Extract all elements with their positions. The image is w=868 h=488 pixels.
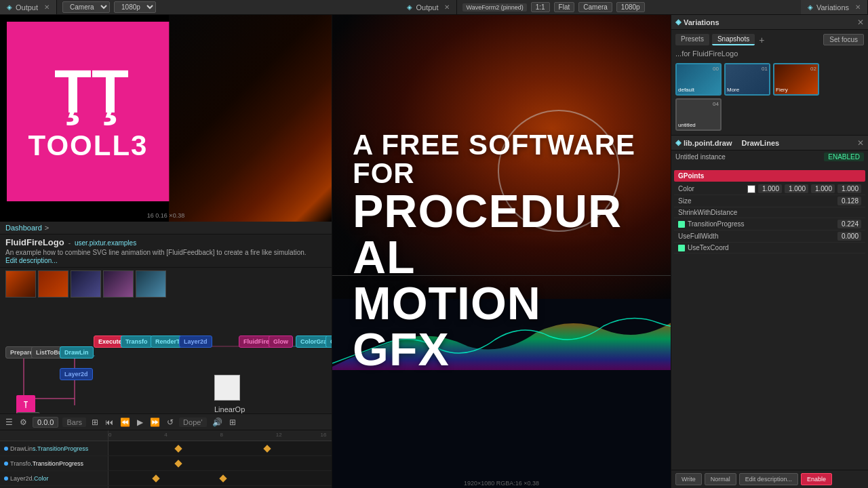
thumb-1[interactable]: [5, 270, 36, 298]
param-fullwidth-value[interactable]: 0.000: [837, 232, 861, 241]
set-focus-btn[interactable]: Set focus: [823, 34, 864, 45]
preset-default-num: 00: [713, 66, 719, 72]
variations-tab[interactable]: ◈ Variations ✕: [801, 0, 868, 14]
param-color-g[interactable]: 1.000: [785, 184, 808, 193]
node-layer2d2[interactable]: Layer2d: [60, 368, 93, 380]
variations-tabs: Presets Snapshots + Set focus: [675, 34, 864, 45]
flat-btn[interactable]: Flat: [554, 2, 575, 12]
resolution2-btn[interactable]: 1080p: [616, 2, 645, 12]
output1-close[interactable]: ✕: [44, 3, 50, 11]
variations-label: Variations: [816, 3, 849, 12]
transition-checkbox[interactable]: [678, 221, 685, 228]
icon-node[interactable]: Ţ: [16, 395, 35, 413]
tl-play-btn[interactable]: ▶: [136, 418, 144, 427]
output1-tab[interactable]: ◈ Output ✕: [0, 0, 57, 14]
node-grain[interactable]: Grain: [326, 336, 332, 348]
svg-text:ŢŢ: ŢŢ: [54, 62, 129, 125]
preset-default[interactable]: default 00: [675, 63, 722, 96]
camera2-btn[interactable]: Camera: [578, 2, 612, 12]
edit-desc-link[interactable]: Edit description...: [5, 257, 58, 264]
tl-bars-label[interactable]: Bars: [62, 418, 86, 427]
keyframe-2-1[interactable]: [219, 474, 226, 482]
tl-prev-btn[interactable]: ⏪: [119, 418, 132, 427]
param-size-label: Size: [678, 197, 835, 205]
logo-svg: ŢŢ: [47, 62, 129, 129]
tl-next-start-btn[interactable]: ⊞: [228, 418, 237, 427]
tl-loop-btn[interactable]: ↺: [165, 418, 175, 427]
preset-fiery[interactable]: Fiery 02: [773, 63, 819, 96]
param-shrink-label: ShrinkWithDistance: [678, 209, 861, 216]
params-icon: ◈: [675, 138, 681, 147]
center-panel: A FREE SOFTWARE FOR PROCEDUR AL MOTION G…: [332, 15, 671, 488]
snapshots-tab[interactable]: Snapshots: [712, 34, 755, 45]
node-graph[interactable]: PrepareS ListToBu DrawLin Execute Transf…: [0, 300, 332, 413]
track-dot-0: [4, 447, 8, 451]
tl-menu-btn[interactable]: ☰: [4, 418, 14, 427]
breadcrumb-dashboard[interactable]: Dashboard: [5, 224, 42, 232]
output-thumbnail[interactable]: ŢŢ TOOLL3 16 0.16 ×0.38: [0, 15, 332, 222]
normal-btn[interactable]: Normal: [705, 473, 736, 485]
zoom-btn[interactable]: 1:1: [531, 2, 550, 12]
param-color-b[interactable]: 1.000: [811, 184, 835, 193]
track-dot-1: [4, 462, 8, 466]
param-fullwidth-label: UseFullWidth: [678, 232, 835, 240]
keyframe-0-1[interactable]: [264, 445, 271, 452]
tl-prev-start-btn[interactable]: ⏮: [104, 418, 115, 427]
add-snapshot-btn[interactable]: +: [759, 35, 764, 45]
variations-close[interactable]: ✕: [855, 3, 861, 11]
param-transition-value[interactable]: 0.224: [837, 220, 861, 228]
node-transform[interactable]: Transfo: [121, 336, 153, 348]
param-shrink: ShrinkWithDistance: [674, 207, 865, 218]
thumb-2[interactable]: [38, 270, 68, 298]
preset-untitled-num: 04: [713, 101, 719, 107]
param-color-a[interactable]: 1.000: [837, 184, 861, 193]
variation-for-label: ...for FluidFireLogo: [675, 48, 864, 59]
main-layout: ŢŢ TOOLL3 16 0.16 ×0.38 Dashboard > Flui…: [0, 15, 868, 488]
presets-tab[interactable]: Presets: [675, 34, 709, 45]
thumb-3[interactable]: [71, 270, 101, 298]
track-label-0: DrawLins.TransitionProgress: [0, 441, 108, 455]
camera-select[interactable]: Camera: [62, 1, 110, 13]
preset-untitled[interactable]: untitled 04: [675, 98, 722, 131]
write-btn[interactable]: Write: [675, 473, 702, 485]
waveform-coord: 1920×1080 RGBA:16 ×0.38: [464, 480, 539, 487]
params-panel-close[interactable]: ✕: [857, 138, 864, 148]
output2-tab[interactable]: ◈ Output ✕: [400, 0, 457, 14]
enable-btn[interactable]: Enable: [801, 473, 832, 485]
track-name-0: DrawLins.TransitionProgress: [10, 445, 88, 452]
tl-settings-btn[interactable]: ⚙: [18, 418, 28, 427]
node-drop[interactable]: Drop: [16, 412, 40, 413]
variations-panel-close[interactable]: ✕: [857, 18, 864, 27]
node-thumbs-row: [0, 268, 332, 300]
node-drawlines[interactable]: DrawLin: [60, 346, 94, 359]
param-size-value[interactable]: 0.128: [837, 197, 861, 205]
track-content-2[interactable]: [108, 471, 332, 485]
project-source-url[interactable]: user.pixtur.examples: [75, 239, 136, 247]
keyframe-1-0[interactable]: [174, 460, 182, 467]
node-layer2d[interactable]: Layer2d: [179, 336, 212, 348]
thumb-4[interactable]: [103, 270, 134, 298]
waveform-display[interactable]: A FREE SOFTWARE FOR PROCEDUR AL MOTION G…: [332, 15, 671, 488]
tl-time[interactable]: 0.0.0: [33, 417, 58, 428]
node-linearop[interactable]: LinearOp: [214, 405, 245, 413]
param-color-r[interactable]: 1.000: [758, 184, 782, 193]
resolution-select[interactable]: 1080p: [114, 1, 156, 13]
thumb-node[interactable]: [214, 375, 240, 401]
preset-more[interactable]: More 01: [724, 63, 770, 96]
node-glow[interactable]: Glow: [269, 336, 293, 348]
color-swatch[interactable]: [747, 185, 755, 193]
keyframe-0-0[interactable]: [174, 445, 182, 452]
tl-next-btn[interactable]: ⏩: [149, 418, 161, 427]
thumb-5[interactable]: [136, 270, 166, 298]
keyframe-2-0[interactable]: [152, 474, 159, 482]
timeline-tracks: DrawLins.TransitionProgress Transfo.Tran…: [0, 441, 332, 488]
track-content-0[interactable]: [108, 441, 332, 455]
output2-close[interactable]: ✕: [444, 3, 450, 11]
ruler-mark-0: 0: [108, 430, 111, 438]
tl-grid-btn[interactable]: ⊞: [90, 418, 100, 427]
edit-desc-btn[interactable]: Edit description...: [739, 473, 798, 485]
track-content-1[interactable]: [108, 456, 332, 470]
ruler-mark-12: 12: [276, 430, 282, 438]
texcoord-checkbox[interactable]: [678, 245, 685, 251]
tl-audio-btn[interactable]: 🔊: [211, 418, 224, 427]
